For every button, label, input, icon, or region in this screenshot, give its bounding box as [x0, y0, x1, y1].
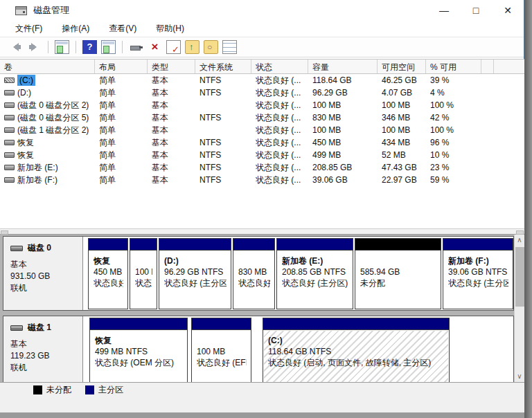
- column-header-filesystem[interactable]: 文件系统: [195, 60, 251, 73]
- column-header-volume[interactable]: 卷: [0, 60, 95, 73]
- column-header-layout[interactable]: 布局: [95, 60, 148, 73]
- column-header-status[interactable]: 状态: [251, 60, 308, 73]
- partition-block[interactable]: (D:) 96.29 GB NTFS 状态良好 (主分区): [159, 238, 231, 309]
- properties-check-icon[interactable]: [166, 40, 181, 54]
- show-console-tree-icon[interactable]: [55, 40, 69, 54]
- volume-icon: [4, 140, 15, 145]
- cell-layout: 简单: [95, 125, 148, 136]
- partition-header: [130, 239, 157, 251]
- show-action-pane-icon[interactable]: [101, 40, 116, 54]
- checklist-icon[interactable]: [222, 40, 237, 54]
- cell-free: 100 MB: [378, 125, 426, 135]
- table-row[interactable]: 新加卷 (E:) 简单 基本 NTFS 状态良好 (... 208.85 GB …: [0, 161, 524, 174]
- volume-name: (磁盘 0 磁盘分区 2): [17, 100, 89, 111]
- partition-block[interactable]: 830 MB 状态良好: [233, 238, 275, 309]
- partition-block[interactable]: 新加卷 (F:) 39.06 GB NTFS 状态良好 (主分区): [443, 238, 513, 309]
- folder-search-icon[interactable]: [204, 40, 218, 54]
- menu-file[interactable]: 文件(F): [8, 21, 49, 37]
- table-row[interactable]: (磁盘 0 磁盘分区 2) 简单 基本 状态良好 (... 100 MB 100…: [0, 99, 524, 111]
- table-row[interactable]: 恢复 简单 基本 NTFS 状态良好 (... 499 MB 52 MB 10 …: [0, 149, 524, 161]
- back-icon[interactable]: [8, 40, 23, 54]
- scroll-up-icon[interactable]: ∧: [515, 235, 524, 246]
- column-header-capacity[interactable]: 容量: [308, 60, 378, 73]
- scrollbar-thumb[interactable]: [515, 247, 524, 307]
- close-button[interactable]: ✕: [492, 0, 524, 21]
- menu-help[interactable]: 帮助(H): [149, 21, 191, 37]
- column-header-type[interactable]: 类型: [148, 60, 195, 73]
- maximize-button[interactable]: □: [460, 0, 492, 21]
- cell-layout: 简单: [95, 137, 148, 149]
- partition-name: 新加卷 (F:): [448, 255, 508, 266]
- cell-type: 基本: [148, 100, 195, 111]
- partition-status: 状态良好 (主分区): [282, 278, 348, 289]
- cell-free: 4.07 GB: [378, 88, 426, 98]
- cell-layout: 简单: [95, 174, 148, 186]
- cell-type: 基本: [148, 75, 195, 87]
- volume-icon: [4, 152, 15, 158]
- status-strip: [0, 397, 524, 412]
- partition-name: [360, 255, 436, 266]
- column-header-free[interactable]: 可用空间: [378, 60, 426, 73]
- disk-type: 基本: [10, 259, 82, 271]
- window-title: 磁盘管理: [33, 4, 69, 17]
- folder-up-icon[interactable]: [185, 40, 200, 54]
- volume-list-pane: 卷 布局 类型 文件系统 状态 容量 可用空间 % 可用 (C:) 简单 基本 …: [0, 59, 524, 228]
- cell-layout: 简单: [95, 100, 148, 111]
- unallocated-color-swatch: [33, 385, 42, 394]
- partition-block[interactable]: 100 MB 状态良好 (EFI 系统分区): [191, 318, 251, 382]
- horizontal-scrollbar[interactable]: [0, 228, 524, 235]
- partition-name: (C:): [268, 335, 445, 346]
- cell-status: 状态良好 (...: [251, 125, 308, 136]
- menu-action[interactable]: 操作(A): [55, 21, 96, 37]
- scroll-down-icon[interactable]: ∨: [515, 371, 524, 382]
- cell-pct: 100 %: [426, 125, 481, 135]
- cell-capacity: 208.85 GB: [308, 163, 378, 172]
- partition-size: 96.29 GB NTFS: [164, 266, 227, 278]
- cell-free: 46.25 GB: [378, 75, 426, 85]
- table-row[interactable]: (D:) 简单 基本 NTFS 状态良好 (... 96.29 GB 4.07 …: [0, 87, 524, 99]
- volume-icon: [4, 90, 15, 96]
- cell-pct: 4 %: [426, 88, 481, 98]
- table-row[interactable]: 恢复 简单 基本 NTFS 状态良好 (... 450 MB 434 MB 96…: [0, 136, 524, 149]
- partition-name: 新加卷 (E:): [282, 255, 348, 266]
- menu-view[interactable]: 查看(V): [102, 21, 143, 37]
- partition-header: [233, 239, 274, 251]
- cell-fs: NTFS: [195, 75, 251, 85]
- partition-header: [443, 239, 513, 251]
- disk-type: 基本: [10, 338, 82, 350]
- cell-capacity: 100 MB: [308, 125, 378, 135]
- table-row[interactable]: (C:) 简单 基本 NTFS 状态良好 (... 118.64 GB 46.2…: [0, 74, 524, 87]
- cell-fs: NTFS: [195, 113, 251, 122]
- partition-block[interactable]: 新加卷 (E:) 208.85 GB NTFS 状态良好 (主分区): [276, 238, 353, 309]
- cell-capacity: 499 MB: [308, 150, 378, 160]
- cell-pct: 42 %: [426, 113, 481, 122]
- delete-icon[interactable]: ×: [148, 40, 162, 54]
- table-row[interactable]: 新加卷 (F:) 简单 基本 NTFS 状态良好 (... 39.06 GB 2…: [0, 174, 524, 186]
- partition-block[interactable]: 恢复 450 MB 状态良好: [88, 238, 128, 309]
- disk-1-info[interactable]: 磁盘 1 基本 119.23 GB 联机: [3, 316, 83, 382]
- column-header-blank: [481, 60, 494, 73]
- table-row[interactable]: (磁盘 1 磁盘分区 2) 简单 基本 状态良好 (... 100 MB 100…: [0, 124, 524, 136]
- help-icon[interactable]: ?: [82, 40, 97, 54]
- cell-type: 基本: [148, 112, 195, 124]
- cell-type: 基本: [148, 137, 195, 149]
- disk-0-info[interactable]: 磁盘 0 基本 931.50 GB 联机: [3, 237, 83, 310]
- partition-block[interactable]: 恢复 499 MB NTFS 状态良好 (OEM 分区): [89, 318, 188, 382]
- column-header-pctfree[interactable]: % 可用: [426, 60, 481, 73]
- rescan-tool-icon[interactable]: [129, 40, 143, 54]
- partition-block-selected[interactable]: (C:) 118.64 GB NTFS 状态良好 (启动, 页面文件, 故障转储…: [263, 318, 450, 382]
- forward-icon[interactable]: [27, 40, 42, 54]
- partition-block[interactable]: 100 MB 状态良好: [130, 238, 157, 309]
- unallocated-block[interactable]: 585.94 GB 未分配: [355, 238, 441, 309]
- volume-icon: [4, 127, 15, 133]
- disk-icon: [10, 246, 23, 251]
- partition-name: (D:): [164, 255, 227, 266]
- cell-capacity: 96.29 GB: [308, 88, 378, 98]
- minimize-button[interactable]: —: [428, 0, 460, 21]
- partition-size: 118.64 GB NTFS: [268, 346, 445, 357]
- cell-layout: 简单: [95, 87, 148, 99]
- vertical-scrollbar[interactable]: ∧ ∨: [514, 235, 524, 382]
- cell-capacity: 39.06 GB: [308, 175, 378, 185]
- table-row[interactable]: (磁盘 0 磁盘分区 5) 简单 基本 NTFS 状态良好 (... 830 M…: [0, 111, 524, 124]
- cell-status: 状态良好 (...: [251, 87, 308, 99]
